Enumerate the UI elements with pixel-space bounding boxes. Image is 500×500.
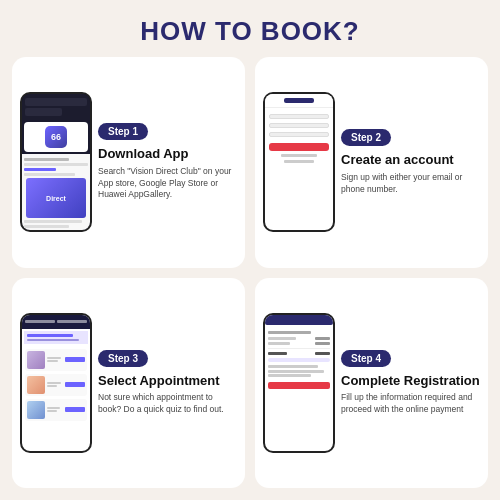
step-1-badge: Step 1 — [98, 123, 148, 140]
step-1-heading: Download App — [98, 146, 237, 162]
step-2-desc: Sign up with either your email or phone … — [341, 172, 480, 196]
step-4-desc: Fill up the information required and pro… — [341, 392, 480, 416]
page-title: HOW TO BOOK? — [140, 0, 360, 57]
step-1-text: Step 1 Download App Search "Vision Direc… — [98, 123, 237, 201]
step-2-badge: Step 2 — [341, 129, 391, 146]
app-icon: 66 — [45, 126, 67, 148]
step-1-card: 66 Direct Step 1 Download App Sea — [12, 57, 245, 268]
step-3-desc: Not sure which appointment to book? Do a… — [98, 392, 237, 416]
step-4-text: Step 4 Complete Registration Fill up the… — [341, 350, 480, 416]
step-2-card: Step 2 Create an account Sign up with ei… — [255, 57, 488, 268]
step-3-card: Step 3 Select Appointment Not sure which… — [12, 278, 245, 489]
step-3-text: Step 3 Select Appointment Not sure which… — [98, 350, 237, 416]
step-4-card: Step 4 Complete Registration Fill up the… — [255, 278, 488, 489]
steps-grid: 66 Direct Step 1 Download App Sea — [0, 57, 500, 500]
step-3-heading: Select Appointment — [98, 373, 237, 389]
step-1-desc: Search "Vision Direct Club" on your App … — [98, 166, 237, 202]
step-4-badge: Step 4 — [341, 350, 391, 367]
app-preview-banner: Direct — [26, 178, 86, 218]
step-3-badge: Step 3 — [98, 350, 148, 367]
phone-mockup-step2 — [263, 92, 335, 232]
step-2-heading: Create an account — [341, 152, 480, 168]
phone-mockup-step1: 66 Direct — [20, 92, 92, 232]
step-4-heading: Complete Registration — [341, 373, 480, 389]
phone-mockup-step4 — [263, 313, 335, 453]
phone-mockup-step3 — [20, 313, 92, 453]
step-2-text: Step 2 Create an account Sign up with ei… — [341, 129, 480, 195]
